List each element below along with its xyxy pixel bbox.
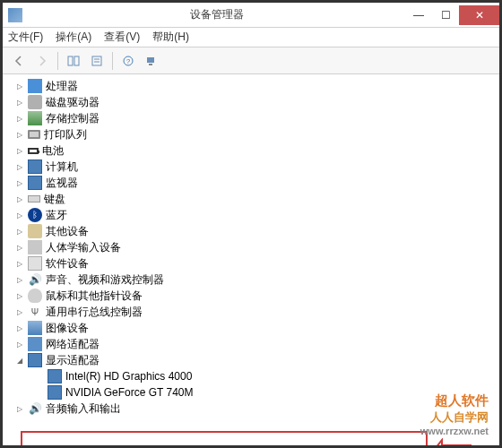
tree-item-bluetooth[interactable]: ▷ᛒ蓝牙 [3, 207, 499, 223]
hid-icon [28, 240, 42, 254]
maximize-button[interactable]: ☐ [432, 5, 459, 25]
expand-icon[interactable]: ▷ [15, 291, 24, 300]
tree-item-imaging-devices[interactable]: ▷图像设备 [3, 320, 499, 336]
forward-button[interactable] [31, 50, 53, 72]
window-controls: — ☐ ✕ [405, 5, 499, 25]
menu-view[interactable]: 查看(V) [104, 30, 140, 45]
toolbar-separator [57, 52, 58, 70]
tree-item-display-adapters[interactable]: ◢显示适配器 [3, 352, 499, 368]
display-icon [48, 369, 62, 383]
other-device-icon [28, 224, 42, 238]
expand-icon[interactable]: ▷ [15, 340, 24, 349]
tree-item-print-queues[interactable]: ▷打印队列 [3, 126, 499, 142]
sound-icon: 🔊 [28, 272, 42, 287]
expand-icon[interactable]: ▷ [15, 162, 24, 171]
storage-icon [28, 111, 42, 125]
tree-item-nvidia-geforce[interactable]: NVIDIA GeForce GT 740M [3, 384, 499, 401]
expand-icon[interactable]: ▷ [15, 275, 24, 284]
tree-item-hid[interactable]: ▷人体学输入设备 [3, 239, 499, 255]
disk-icon [28, 95, 42, 109]
expand-icon[interactable]: ▷ [15, 114, 24, 123]
tree-item-computer[interactable]: ▷计算机 [3, 159, 499, 175]
expand-icon[interactable]: ▷ [15, 243, 24, 252]
expand-icon[interactable]: ▷ [15, 130, 24, 139]
svg-rect-8 [149, 64, 152, 65]
tree-item-software-devices[interactable]: ▷软件设备 [3, 255, 499, 271]
titlebar: 设备管理器 — ☐ ✕ [3, 3, 499, 28]
svg-rect-0 [68, 56, 73, 65]
menu-action[interactable]: 操作(A) [56, 30, 91, 45]
tree-item-audio-io[interactable]: ▷🔊音频输入和输出 [3, 401, 499, 417]
tree-item-keyboards[interactable]: ▷键盘 [3, 191, 499, 207]
collapse-icon[interactable]: ◢ [15, 356, 24, 365]
printer-icon [28, 130, 40, 139]
svg-rect-2 [92, 56, 101, 65]
mouse-icon [28, 289, 42, 303]
expand-icon[interactable]: ▷ [15, 194, 24, 203]
window-title: 设备管理器 [28, 7, 405, 22]
cpu-icon [28, 79, 42, 93]
display-icon [28, 353, 42, 367]
expand-icon[interactable]: ▷ [15, 98, 24, 107]
network-icon [28, 337, 42, 351]
tree-item-network-adapters[interactable]: ▷网络适配器 [3, 336, 499, 352]
annotation-arrow-icon [428, 438, 472, 445]
menu-file[interactable]: 文件(F) [8, 30, 43, 45]
tree-item-sound-video-game[interactable]: ▷🔊声音、视频和游戏控制器 [3, 271, 499, 288]
expand-icon[interactable]: ▷ [15, 211, 24, 220]
monitor-icon [28, 176, 42, 190]
menubar: 文件(F) 操作(A) 查看(V) 帮助(H) [3, 28, 499, 47]
tree-item-batteries[interactable]: ▷电池 [3, 142, 499, 159]
battery-icon [28, 148, 39, 154]
toolbar: ? [3, 47, 499, 74]
expand-icon[interactable]: ▷ [15, 227, 24, 236]
usb-icon: Ψ [28, 305, 42, 319]
tree-item-intel-hd-graphics[interactable]: Intel(R) HD Graphics 4000 [3, 368, 499, 384]
menu-help[interactable]: 帮助(H) [152, 30, 189, 45]
scan-button[interactable] [141, 50, 162, 72]
tree-item-processors[interactable]: ▷处理器 [3, 78, 499, 94]
computer-icon [28, 159, 42, 174]
expand-icon[interactable]: ▷ [15, 82, 24, 90]
toolbar-separator [112, 52, 113, 70]
expand-icon[interactable]: ▷ [15, 178, 24, 187]
device-tree[interactable]: ▷处理器 ▷磁盘驱动器 ▷存储控制器 ▷打印队列 ▷电池 ▷计算机 ▷监视器 ▷… [3, 74, 499, 445]
svg-rect-7 [147, 57, 154, 63]
keyboard-icon [28, 195, 40, 202]
display-icon [48, 385, 62, 400]
properties-button[interactable] [86, 50, 108, 72]
svg-rect-1 [74, 56, 79, 65]
annotation-highlight-box [21, 431, 428, 445]
audio-icon: 🔊 [28, 401, 42, 416]
expand-icon[interactable]: ▷ [15, 146, 24, 155]
tree-item-usb-controllers[interactable]: ▷Ψ通用串行总线控制器 [3, 304, 499, 320]
back-button[interactable] [8, 50, 30, 72]
app-icon [8, 8, 22, 22]
expand-icon[interactable]: ▷ [15, 307, 24, 316]
minimize-button[interactable]: — [405, 5, 432, 25]
image-icon [28, 321, 42, 335]
tree-item-storage-controllers[interactable]: ▷存储控制器 [3, 110, 499, 126]
tree-item-disk-drives[interactable]: ▷磁盘驱动器 [3, 94, 499, 110]
expand-icon[interactable]: ▷ [15, 404, 24, 413]
show-hide-console-button[interactable] [63, 50, 84, 72]
tree-item-other-devices[interactable]: ▷其他设备 [3, 223, 499, 239]
tree-item-monitors[interactable]: ▷监视器 [3, 175, 499, 191]
software-icon [28, 256, 42, 271]
bluetooth-icon: ᛒ [28, 208, 42, 222]
expand-icon[interactable]: ▷ [15, 323, 24, 332]
close-button[interactable]: ✕ [459, 5, 499, 25]
svg-text:?: ? [126, 57, 131, 65]
expand-icon[interactable]: ▷ [15, 259, 24, 268]
help-button[interactable]: ? [117, 50, 139, 72]
tree-item-mice[interactable]: ▷鼠标和其他指针设备 [3, 288, 499, 304]
